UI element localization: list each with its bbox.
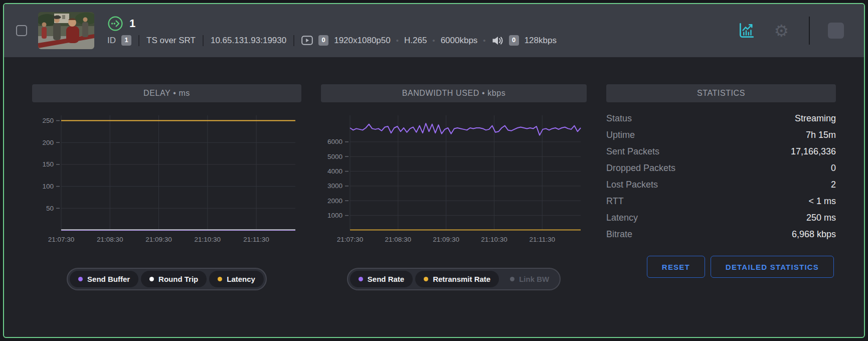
video-codec: H.265 (404, 36, 427, 46)
stream-info: 1 ID 1 TS over SRT 10.65.131.93:19930 0 … (107, 16, 557, 46)
chart-svg: 21:07:3021:08:3021:09:3021:10:3021:11:30… (321, 112, 587, 247)
stat-row-dropped-packets: Dropped Packets0 (606, 160, 836, 177)
legend-item-send-buffer[interactable]: Send Buffer (70, 271, 138, 287)
legend-dot (510, 277, 514, 281)
stat-value: 17,166,336 (791, 146, 836, 157)
stop-icon (828, 23, 844, 39)
chart-icon (737, 21, 756, 40)
legend-label: Latency (227, 275, 255, 283)
separator (293, 35, 294, 46)
svg-text:21:10:30: 21:10:30 (195, 236, 221, 243)
statistics-buttons: RESET DETAILED STATISTICS (606, 256, 836, 278)
stat-label: Lost Packets (606, 180, 658, 190)
legend-pill: Send BufferRound TripLatency (67, 268, 267, 290)
legend-pill: Send RateRetransmit RateLink BW (347, 268, 561, 290)
svg-text:21:08:30: 21:08:30 (97, 236, 123, 243)
stat-row-sent-packets: Sent Packets17,166,336 (606, 143, 836, 160)
separator (138, 35, 139, 46)
stream-body: DELAY • ms 21:07:3021:08:3021:09:3021:10… (4, 57, 864, 290)
stat-row-latency: Latency250 ms (606, 210, 836, 226)
legend-dot (78, 277, 83, 281)
stat-value: Streaming (795, 113, 836, 124)
stat-label: Sent Packets (606, 146, 659, 157)
legend-label: Send Buffer (87, 275, 130, 283)
legend-item-round-trip[interactable]: Round Trip (141, 271, 207, 287)
legend-item-link-bw[interactable]: Link BW (501, 271, 558, 287)
svg-text:6000: 6000 (327, 138, 342, 145)
legend-dot (218, 277, 222, 281)
audio-icon (491, 35, 503, 46)
streaming-status-icon (107, 16, 123, 32)
delay-chart-legend: Send BufferRound TripLatency (32, 268, 301, 290)
bandwidth-panel-title: BANDWIDTH USED • kbps (321, 84, 587, 102)
stat-row-lost-packets: Lost Packets2 (606, 177, 836, 193)
video-thumbnail-image (38, 12, 94, 49)
svg-text:21:09:30: 21:09:30 (145, 236, 172, 243)
delay-chart: 21:07:3021:08:3021:09:3021:10:3021:11:30… (32, 112, 301, 249)
header-divider (809, 17, 810, 45)
stop-button[interactable] (828, 23, 844, 39)
svg-text:1000: 1000 (327, 212, 342, 219)
stat-label: Uptime (606, 130, 635, 140)
dot-separator: • (432, 36, 435, 45)
select-checkbox[interactable] (16, 25, 27, 36)
video-icon (301, 36, 313, 45)
svg-text:21:10:30: 21:10:30 (481, 236, 507, 243)
audio-bitrate: 128kbps (525, 36, 557, 46)
separator (203, 35, 204, 46)
statistics-panel-title: STATISTICS (606, 84, 836, 102)
id-badge: 1 (121, 35, 131, 45)
chart-svg: 21:07:3021:08:3021:09:3021:10:3021:11:30… (32, 112, 301, 247)
reset-button[interactable]: RESET (647, 256, 705, 278)
stream-header: 1 ID 1 TS over SRT 10.65.131.93:19930 0 … (4, 4, 864, 57)
legend-item-latency[interactable]: Latency (209, 271, 264, 287)
svg-text:21:07:30: 21:07:30 (48, 236, 75, 243)
statistics-rows: StatusStreamingUptime7h 15mSent Packets1… (606, 110, 836, 243)
stat-label: Status (606, 113, 632, 124)
stat-row-bitrate: Bitrate6,968 kbps (606, 226, 836, 243)
svg-text:150: 150 (42, 160, 54, 168)
id-label: ID (107, 36, 116, 46)
stat-row-uptime: Uptime7h 15m (606, 127, 836, 143)
video-thumbnail[interactable] (38, 12, 94, 49)
stat-label: RTT (606, 196, 624, 207)
stat-row-status: StatusStreaming (606, 110, 836, 127)
legend-item-send-rate[interactable]: Send Rate (350, 271, 413, 287)
stat-label: Dropped Packets (606, 163, 675, 174)
svg-text:4000: 4000 (327, 167, 342, 175)
legend-dot (424, 277, 428, 281)
settings-button[interactable]: ⚙ (774, 23, 789, 39)
svg-text:21:07:30: 21:07:30 (337, 236, 364, 243)
bandwidth-chart-legend: Send RateRetransmit RateLink BW (321, 268, 587, 290)
svg-text:21:11:30: 21:11:30 (243, 236, 269, 243)
svg-text:3000: 3000 (327, 182, 342, 190)
legend-dot (149, 277, 154, 281)
bandwidth-chart: 21:07:3021:08:3021:09:3021:10:3021:11:30… (321, 112, 587, 249)
dot-separator: • (483, 36, 485, 45)
detailed-statistics-button[interactable]: DETAILED STATISTICS (711, 256, 834, 278)
video-bitrate: 6000kbps (441, 36, 478, 46)
svg-text:21:08:30: 21:08:30 (385, 236, 412, 243)
svg-text:200: 200 (42, 139, 54, 146)
svg-text:21:09:30: 21:09:30 (433, 236, 459, 243)
svg-text:250: 250 (42, 117, 54, 124)
stat-value: 7h 15m (806, 130, 836, 140)
video-count-badge: 0 (318, 35, 328, 45)
svg-text:2000: 2000 (327, 197, 342, 205)
statistics-chart-button[interactable] (737, 21, 756, 40)
delay-panel: DELAY • ms 21:07:3021:08:3021:09:3021:10… (32, 84, 301, 290)
stat-label: Bitrate (606, 229, 632, 240)
svg-text:5000: 5000 (327, 153, 342, 160)
bandwidth-panel: BANDWIDTH USED • kbps 21:07:3021:08:3021… (321, 84, 587, 290)
legend-dot (359, 277, 363, 281)
video-resolution: 1920x1080p50 (334, 36, 391, 46)
svg-text:100: 100 (42, 183, 54, 190)
stat-value: 0 (831, 163, 836, 174)
gear-icon: ⚙ (774, 23, 789, 39)
legend-label: Round Trip (158, 275, 198, 283)
stream-card: 1 ID 1 TS over SRT 10.65.131.93:19930 0 … (3, 3, 865, 338)
legend-item-retransmit-rate[interactable]: Retransmit Rate (415, 271, 499, 287)
stat-value: 250 ms (806, 213, 836, 223)
protocol-label: TS over SRT (146, 36, 196, 46)
statistics-panel: STATISTICS StatusStreamingUptime7h 15mSe… (606, 84, 836, 290)
